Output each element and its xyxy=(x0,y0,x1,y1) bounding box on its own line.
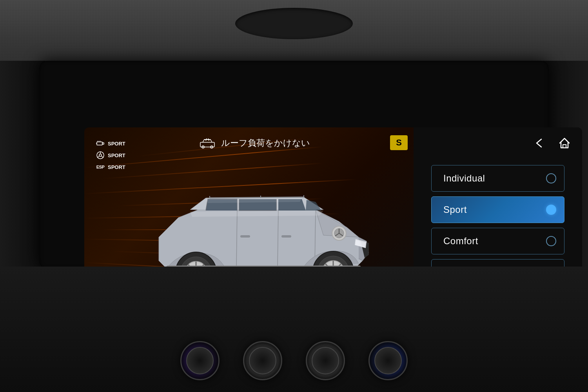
svg-rect-30 xyxy=(281,235,291,238)
engine-icon xyxy=(96,139,105,148)
svg-line-15 xyxy=(208,138,209,141)
vent-4 xyxy=(368,341,408,380)
esp-icon: ESP xyxy=(96,163,105,171)
sport-mode-option[interactable]: Sport xyxy=(431,196,564,223)
steering-status: SPORT xyxy=(96,151,125,160)
vent-3-inner xyxy=(312,347,339,374)
individual-mode-option[interactable]: Individual xyxy=(431,165,564,192)
steering-status-label: SPORT xyxy=(108,152,125,158)
screen-bezel: SPORT SPORT xyxy=(39,61,549,269)
s-badge-text: S xyxy=(396,138,402,148)
svg-line-17 xyxy=(210,197,304,198)
sport-mode-label: Sport xyxy=(443,204,467,215)
svg-point-6 xyxy=(99,154,102,156)
esp-status-label: SPORT xyxy=(108,164,125,170)
comfort-mode-label: Comfort xyxy=(443,236,478,247)
screen-title: ルーフ負荷をかけない xyxy=(221,137,310,149)
engine-status: SPORT xyxy=(96,139,125,148)
svg-rect-1 xyxy=(102,143,104,144)
vent-3 xyxy=(306,341,345,380)
nav-buttons xyxy=(529,134,574,152)
comfort-radio xyxy=(546,236,556,246)
svg-rect-29 xyxy=(240,235,250,238)
status-labels: SPORT SPORT xyxy=(96,139,125,171)
vent-2-inner xyxy=(249,347,276,374)
individual-radio xyxy=(546,173,556,183)
roof-load-icon xyxy=(200,137,215,149)
steering-icon xyxy=(96,151,105,160)
vents-container xyxy=(180,341,408,380)
s-mode-badge: S xyxy=(390,135,408,150)
vent-2 xyxy=(243,341,282,380)
dashboard: SPORT SPORT xyxy=(0,0,588,392)
engine-status-label: SPORT xyxy=(108,141,125,147)
svg-line-14 xyxy=(206,138,207,141)
dashboard-bottom xyxy=(0,267,588,392)
esp-status: ESP SPORT xyxy=(96,163,125,171)
sport-radio xyxy=(546,205,556,215)
svg-rect-0 xyxy=(97,142,102,145)
vent-4-inner xyxy=(374,347,402,374)
home-button[interactable] xyxy=(555,134,574,152)
top-vent xyxy=(235,8,353,39)
comfort-mode-option[interactable]: Comfort xyxy=(431,228,564,254)
vent-1-inner xyxy=(186,347,214,374)
vent-1 xyxy=(180,341,220,380)
dash-left xyxy=(0,61,45,269)
individual-mode-label: Individual xyxy=(443,173,485,184)
back-button[interactable] xyxy=(529,134,549,152)
top-center-info: ルーフ負荷をかけない xyxy=(200,137,310,149)
